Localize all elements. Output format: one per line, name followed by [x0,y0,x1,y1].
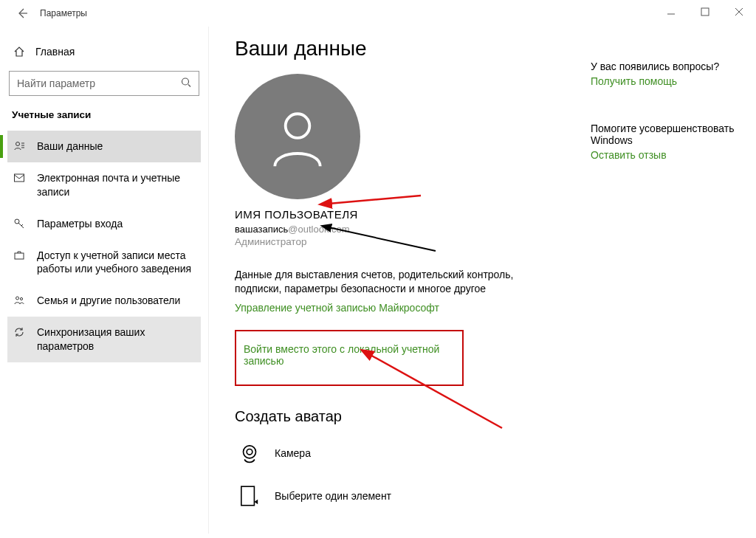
sidebar-item-label: Ваши данные [37,139,103,154]
window-controls [654,0,756,24]
back-button[interactable] [10,1,34,25]
sidebar-item-your-info[interactable]: Ваши данные [7,131,201,162]
annotation-highlight-box: Войти вместо этого с локальной учетной з… [235,330,464,386]
page-title: Ваши данные [235,37,756,61]
home-icon [12,46,27,58]
svg-point-2 [16,142,20,146]
manage-account-link[interactable]: Управление учетной записью Майкрософт [235,302,439,314]
mail-icon [12,171,27,184]
sidebar-item-sync[interactable]: Синхронизация ваших параметров [7,317,201,362]
search-wrap [9,71,199,96]
sidebar-home[interactable]: Главная [7,40,201,63]
feedback-link[interactable]: Оставить отзыв [591,149,667,161]
svg-point-9 [244,446,256,458]
account-role: Администратор [235,236,756,247]
sidebar-item-family-users[interactable]: Семья и другие пользователи [7,285,201,317]
svg-point-1 [182,78,189,85]
avatar-option-browse[interactable]: Выберите один элемент [235,481,756,511]
sidebar: Главная Учетные записи Ваши данные Элект… [0,27,208,538]
avatar-option-camera[interactable]: Камера [235,438,756,468]
sidebar-item-signin-options[interactable]: Параметры входа [7,208,201,240]
minimize-button[interactable] [654,0,688,24]
maximize-button[interactable] [688,0,722,24]
svg-rect-3 [15,174,24,182]
close-button[interactable] [722,0,756,24]
svg-point-7 [20,298,22,300]
minimize-icon [665,6,677,18]
sync-icon [12,325,27,338]
email-domain: @outlook.com [288,224,349,235]
browse-icon [235,481,264,511]
titlebar: Параметры [0,0,756,27]
account-username: ИМЯ ПОЛЬЗОВАТЕЛЯ [235,208,756,221]
svg-rect-11 [241,486,255,506]
close-icon [733,6,745,18]
sidebar-item-email-accounts[interactable]: Электронная почта и учетные записи [7,162,201,208]
account-description: Данные для выставления счетов, родительс… [235,268,545,296]
camera-label: Камера [275,447,311,459]
account-email: вашазапись@outlook.com [235,224,756,235]
people-icon [12,294,27,306]
arrow-left-icon [16,7,28,19]
browse-label: Выберите один элемент [275,490,391,502]
search-icon [180,77,192,91]
email-local: вашазапись [235,224,288,235]
sidebar-item-label: Синхронизация ваших параметров [37,325,196,354]
sidebar-item-label: Доступ к учетной записи места работы или… [37,249,196,277]
local-account-link[interactable]: Войти вместо этого с локальной учетной з… [244,343,453,367]
feedback-heading: Помогите усовершенствовать Windows [591,123,746,146]
sidebar-item-work-school[interactable]: Доступ к учетной записи места работы или… [7,240,201,286]
svg-rect-5 [15,253,24,259]
window-title: Параметры [40,8,87,18]
sidebar-item-label: Семья и другие пользователи [37,294,180,308]
help-question: У вас появились вопросы? [591,61,746,72]
sidebar-home-label: Главная [35,46,75,58]
svg-point-8 [286,114,310,138]
person-badge-icon [12,139,27,152]
get-help-link[interactable]: Получить помощь [591,75,677,87]
right-column: У вас появились вопросы? Получить помощь… [591,61,746,161]
svg-rect-0 [701,8,709,15]
create-avatar-heading: Создать аватар [235,408,756,425]
briefcase-icon [12,249,27,261]
svg-point-10 [247,449,252,455]
sidebar-item-label: Электронная почта и учетные записи [37,171,196,199]
person-icon [262,101,333,172]
maximize-icon [699,6,711,18]
camera-icon [235,438,264,468]
sidebar-item-label: Параметры входа [37,217,123,231]
search-input[interactable] [9,71,199,96]
key-icon [12,217,27,230]
avatar [235,74,360,199]
sidebar-section-title: Учетные записи [7,109,201,131]
svg-point-6 [16,297,19,300]
